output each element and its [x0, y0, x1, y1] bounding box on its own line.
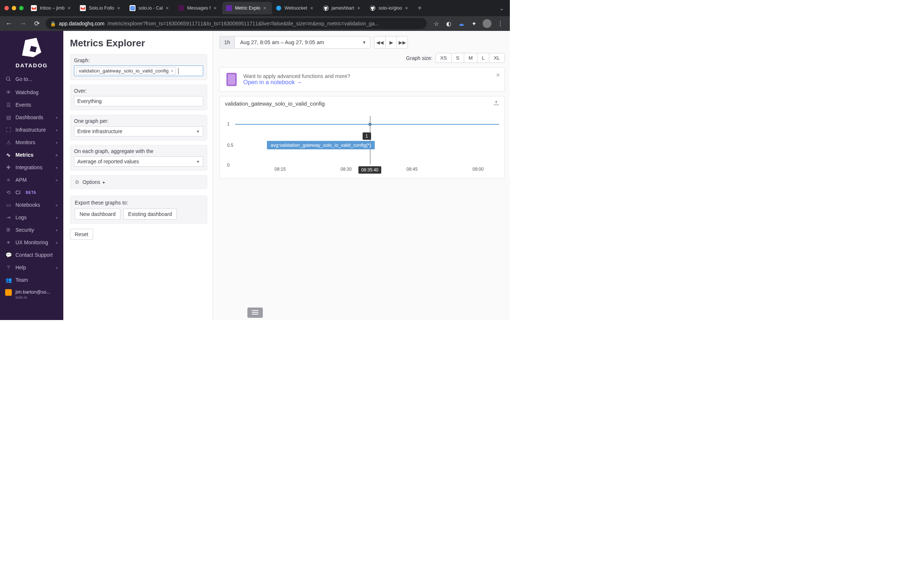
chevron-right-icon: ▸: [56, 153, 58, 157]
close-icon[interactable]: ×: [263, 5, 268, 11]
hover-time-badge: 08:35:40: [358, 166, 381, 173]
svg-point-10: [6, 77, 10, 80]
browser-tab[interactable]: jameshbart ×: [319, 2, 366, 14]
browser-tab[interactable]: Solo.io Follo ×: [76, 2, 126, 14]
calendar-icon: 27: [130, 5, 135, 11]
sidebar-item-integrations[interactable]: ✚ Integrations ▸: [0, 161, 63, 173]
sidebar-item-ci[interactable]: ⟲ CI BETA: [0, 186, 63, 199]
close-icon[interactable]: ×: [213, 5, 219, 11]
over-input[interactable]: Everything: [74, 96, 203, 106]
maximize-window-button[interactable]: [19, 6, 23, 10]
metric-input[interactable]: validation_gateway_solo_io_valid_config …: [74, 65, 203, 76]
sidebar-item-team[interactable]: 👥 Team: [0, 274, 63, 286]
back-button[interactable]: ←: [4, 18, 14, 29]
browser-tab-active[interactable]: Metric Explo ×: [222, 2, 272, 14]
sidebar-item-infrastructure[interactable]: ⛶ Infrastructure ▸: [0, 124, 63, 136]
profile-avatar[interactable]: [483, 19, 491, 28]
tab-label: Solo.io Follo: [89, 5, 114, 11]
per-select[interactable]: Entire infrastructure ▼: [74, 126, 203, 136]
new-dashboard-button[interactable]: New dashboard: [75, 209, 120, 219]
close-icon[interactable]: ×: [117, 5, 122, 11]
sidebar-item-watchdog[interactable]: 👁 Watchdog: [0, 86, 63, 98]
sidebar-item-dashboards[interactable]: ▤ Dashboards ▸: [0, 111, 63, 124]
close-icon[interactable]: ×: [166, 5, 171, 11]
options-toggle[interactable]: ⚙ Options ▸: [70, 175, 207, 189]
fast-forward-button[interactable]: ▶▶: [397, 36, 407, 48]
series-label: avg:validation_gateway_solo_io_valid_con…: [267, 141, 375, 149]
tab-label: Websocket: [285, 5, 307, 11]
extensions-icon[interactable]: ✦: [470, 20, 478, 27]
chevron-right-icon: ▸: [56, 240, 58, 245]
sidebar-item-logs[interactable]: ⇥ Logs ▸: [0, 211, 63, 224]
close-window-button[interactable]: [5, 6, 9, 10]
open-notebook-link[interactable]: Open in a notebook →: [243, 79, 350, 86]
chevron-right-icon: ▸: [56, 128, 58, 132]
size-xl-button[interactable]: XL: [489, 53, 504, 62]
tab-label: Inbox – jimb: [40, 5, 64, 11]
size-s-button[interactable]: S: [451, 53, 464, 62]
menu-icon[interactable]: ⋮: [497, 20, 504, 27]
graph-size-label: Graph size:: [406, 55, 433, 61]
chart-title: validation_gateway_solo_io_valid_config: [225, 100, 325, 107]
legend-toggle[interactable]: [247, 307, 263, 318]
download-icon[interactable]: ☁: [458, 20, 465, 27]
sidebar-item-label: Contact Support: [15, 252, 53, 258]
remove-tag-icon[interactable]: ×: [171, 69, 173, 74]
sidebar-item-help[interactable]: ? Help ▸: [0, 261, 63, 274]
chart-body[interactable]: 1 0.5 0 1 avg:validation_gateway_solo_io…: [220, 109, 504, 175]
metric-tag-text: validation_gateway_solo_io_valid_config: [79, 68, 169, 74]
datadog-logo[interactable]: DATADOG: [0, 31, 63, 72]
rewind-button[interactable]: ◀◀: [374, 36, 386, 48]
options-label: Options: [82, 179, 100, 185]
sidebar-item-label: UX Monitoring: [15, 239, 48, 245]
sidebar-item-label: APM: [15, 177, 26, 183]
browser-tab[interactable]: Inbox – jimb ×: [27, 2, 76, 14]
size-l-button[interactable]: L: [477, 53, 489, 62]
reload-button[interactable]: ⟳: [32, 18, 42, 29]
browser-tab[interactable]: Websocket ×: [272, 2, 319, 14]
close-icon[interactable]: ×: [310, 5, 315, 11]
star-icon[interactable]: ☆: [433, 20, 440, 27]
chevron-right-icon: ▸: [56, 140, 58, 145]
close-icon[interactable]: ×: [67, 5, 72, 11]
play-button[interactable]: ▶: [386, 36, 397, 48]
time-preset[interactable]: 1h: [220, 36, 235, 48]
url-input[interactable]: 🔒 app.datadoghq.com/metric/explorer?from…: [46, 18, 427, 29]
export-icon[interactable]: [493, 100, 499, 107]
close-icon[interactable]: ×: [405, 5, 410, 11]
size-m-button[interactable]: M: [464, 53, 477, 62]
forward-button[interactable]: →: [18, 18, 28, 29]
user-block[interactable]: jim.barton@so... solo.io: [0, 286, 63, 303]
url-host: app.datadoghq.com: [59, 21, 105, 26]
sidebar-item-apm[interactable]: ≡ APM ▸: [0, 173, 63, 186]
tab-overflow-button[interactable]: ⌄: [496, 5, 507, 12]
minimize-window-button[interactable]: [12, 6, 16, 10]
hover-point: [369, 123, 371, 126]
sidebar-item-events[interactable]: ☰ Events: [0, 98, 63, 111]
agg-select[interactable]: Average of reported values ▼: [74, 156, 203, 167]
extension-icon[interactable]: ◐: [445, 20, 453, 27]
hover-value-badge: 1: [363, 132, 371, 140]
github-icon: [323, 5, 329, 11]
sidebar-item-ux-monitoring[interactable]: ✶ UX Monitoring ▸: [0, 236, 63, 249]
sidebar-item-contact-support[interactable]: 💬 Contact Support: [0, 249, 63, 261]
chevron-down-icon[interactable]: ▼: [359, 40, 370, 44]
sidebar-item-security[interactable]: ⛨ Security ▸: [0, 224, 63, 236]
apm-icon: ≡: [5, 177, 12, 183]
reset-button[interactable]: Reset: [70, 229, 93, 240]
size-xs-button[interactable]: XS: [436, 53, 451, 62]
existing-dashboard-button[interactable]: Existing dashboard: [123, 209, 177, 219]
time-range-picker[interactable]: 1h Aug 27, 8:05 am – Aug 27, 9:05 am ▼: [219, 36, 370, 49]
new-tab-button[interactable]: +: [414, 4, 425, 13]
series-line: [235, 124, 499, 125]
browser-tab[interactable]: Messages f ×: [174, 2, 222, 14]
close-icon[interactable]: ×: [357, 5, 362, 11]
goto-search[interactable]: Go to...: [0, 72, 63, 86]
sidebar-item-metrics[interactable]: ∿ Metrics ▸: [0, 149, 63, 161]
browser-tab[interactable]: solo-io/gloo ×: [366, 2, 414, 14]
sidebar-item-notebooks[interactable]: ▭ Notebooks ▸: [0, 199, 63, 211]
sidebar-item-monitors[interactable]: ⚠ Monitors ▸: [0, 136, 63, 149]
close-icon[interactable]: ×: [496, 71, 500, 79]
browser-tab[interactable]: 27 solo.io - Cal ×: [126, 2, 174, 14]
gear-icon: ⚙: [75, 179, 79, 185]
